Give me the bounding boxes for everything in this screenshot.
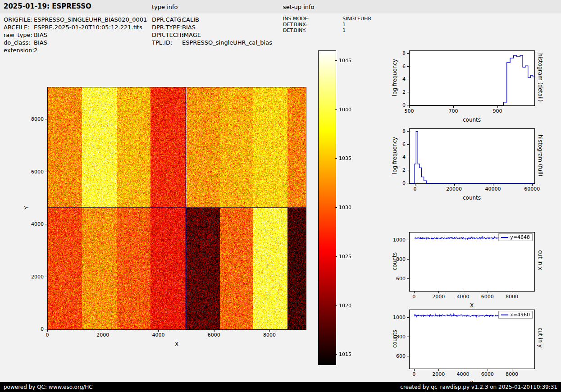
tick-label: 900	[493, 108, 502, 114]
tick-mark	[335, 305, 337, 306]
tick-mark	[407, 79, 409, 79]
tick-mark	[335, 109, 337, 110]
tick-mark	[438, 292, 439, 293]
field-value: 1	[342, 22, 346, 27]
colorbar: 1015102010251030103510401045	[318, 50, 335, 364]
setup-info-row: INS.MODE:SINGLEUHR	[283, 16, 371, 22]
y-axis-label: log frequency	[392, 137, 398, 174]
tick-mark	[454, 184, 455, 186]
tick-mark	[335, 256, 337, 257]
tick-mark	[532, 184, 533, 186]
legend-label: x=4960	[510, 312, 530, 318]
tick-mark	[407, 131, 409, 132]
file-info-row: raw_type:BIAS	[4, 32, 47, 38]
tick-label: 8	[402, 50, 406, 56]
tick-mark	[493, 184, 493, 186]
tick-mark	[407, 183, 409, 183]
field-value: 1	[342, 27, 346, 33]
tick-mark	[497, 106, 498, 108]
tick-mark	[407, 278, 409, 279]
footer-right: created by qc_rawdisp.py v1.2.3 on 2025-…	[400, 382, 557, 392]
tick-label: 6	[402, 63, 406, 69]
tick-label: 1020	[339, 302, 351, 308]
tick-mark	[488, 369, 488, 371]
tick-mark	[158, 330, 159, 332]
type-info-heading: type info	[152, 4, 178, 10]
header-bar: 2025-01-19: ESPRESSO type info set-up in…	[0, 0, 561, 14]
tick-label: 600	[396, 353, 406, 359]
field-label: TPL.ID:	[152, 39, 182, 46]
legend-cut-y: x=4960	[498, 311, 533, 319]
tick-mark	[47, 330, 48, 332]
bias-image-canvas	[47, 87, 306, 330]
tick-label: 4000	[152, 332, 164, 338]
tick-label: 0	[402, 102, 406, 108]
qc-report-page: 2025-01-19: ESPRESSO type info set-up in…	[0, 0, 561, 392]
field-value: ESPRE.2025-01-20T10:05:12.221.fits	[34, 24, 142, 31]
field-value: BIAS	[34, 32, 47, 38]
tick-mark	[407, 92, 409, 92]
tick-label: 0	[402, 180, 406, 186]
tick-mark	[407, 259, 409, 260]
tick-mark	[103, 330, 103, 332]
footer-left: powered by QC: www.eso.org/HC	[4, 382, 93, 392]
tick-mark	[45, 224, 47, 224]
field-label: ORIGFILE:	[4, 16, 34, 23]
tick-label: 8	[402, 128, 406, 134]
tick-mark	[407, 53, 409, 54]
tick-mark	[335, 158, 337, 159]
x-axis-label: counts	[463, 117, 481, 123]
page-title: 2025-01-19: ESPRESSO	[4, 2, 91, 10]
tick-mark	[415, 184, 415, 186]
field-label: raw_type:	[4, 32, 34, 38]
y-axis-label: Y	[23, 206, 30, 209]
tick-mark	[414, 369, 415, 371]
tick-label: 4000	[456, 294, 469, 300]
y-axis-label: log frequency	[392, 59, 398, 96]
field-value: BIAS	[182, 24, 196, 31]
field-label: ARCFILE:	[4, 24, 34, 31]
tick-label: 8000	[506, 294, 518, 300]
tick-label: 2000	[31, 273, 44, 279]
plot-caption: histogram (detail)	[537, 53, 543, 102]
tick-mark	[463, 369, 463, 371]
type-info-row: DPR.TECH:IMAGE	[152, 32, 201, 38]
tick-mark	[407, 317, 409, 318]
tick-label: 6000	[31, 169, 44, 174]
field-value: SINGLEUHR	[342, 16, 371, 22]
tick-mark	[463, 292, 463, 293]
tick-mark	[45, 329, 47, 329]
field-label: DPR.CATG:	[152, 16, 182, 23]
histogram-detail-plot: counts log frequency histogram (detail) …	[409, 50, 534, 105]
tick-label: 500	[405, 108, 414, 114]
tick-label: 1025	[339, 253, 351, 259]
tick-mark	[45, 277, 47, 277]
tick-mark	[45, 172, 47, 172]
tick-mark	[414, 292, 415, 293]
colorbar-canvas	[318, 50, 336, 365]
tick-label: 2000	[432, 371, 445, 377]
tick-label: 800	[396, 256, 406, 262]
tick-label: 6000	[481, 294, 494, 300]
tick-label: 2000	[96, 332, 109, 338]
tick-label: 8000	[263, 332, 276, 338]
field-value: 2	[34, 47, 37, 54]
tick-mark	[512, 369, 512, 371]
histogram-full-canvas	[409, 128, 535, 184]
tick-label: 60000	[524, 186, 540, 192]
legend-label: y=4648	[510, 234, 530, 240]
tick-mark	[335, 354, 337, 355]
tick-label: 0	[46, 332, 49, 338]
field-label: DPR.TYPE:	[152, 24, 182, 31]
tick-label: 8000	[31, 116, 44, 122]
tick-label: 0	[413, 186, 416, 192]
x-axis-label: X	[175, 341, 178, 347]
plot-caption: cut in x	[537, 250, 543, 270]
file-info-row: do_class:BIAS	[4, 39, 47, 46]
histogram-full-plot: counts log frequency histogram (full) 02…	[409, 128, 534, 183]
tick-label: 6	[402, 141, 406, 147]
tick-mark	[488, 292, 488, 293]
x-axis-label: counts	[463, 195, 481, 201]
tick-mark	[407, 337, 409, 337]
field-label: INS.MODE:	[283, 16, 342, 22]
